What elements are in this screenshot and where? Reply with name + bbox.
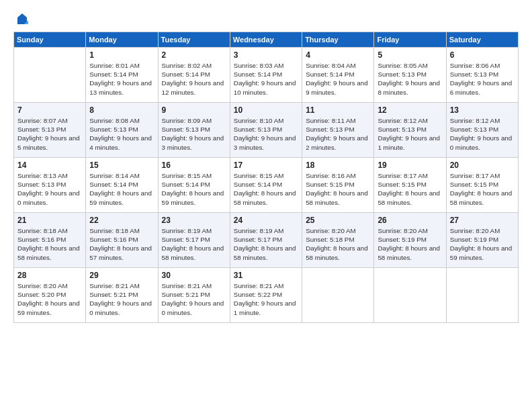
daylight-text: Daylight: 9 hours and 0 minutes.: [162, 300, 224, 316]
cell-day-number: 29: [89, 271, 154, 280]
cell-day-number: 6: [450, 50, 515, 60]
sunset-text: Sunset: 5:13 PM: [162, 126, 210, 133]
sunset-text: Sunset: 5:14 PM: [89, 71, 138, 78]
sunrise-text: Sunrise: 8:20 AM: [306, 227, 356, 234]
sunset-text: Sunset: 5:15 PM: [306, 181, 354, 188]
cell-sun-info: Sunrise: 8:11 AMSunset: 5:13 PMDaylight:…: [306, 116, 370, 152]
daylight-text: Daylight: 9 hours and 0 minutes.: [17, 189, 80, 205]
calendar-cell: 10Sunrise: 8:10 AMSunset: 5:13 PMDayligh…: [230, 103, 302, 158]
sunset-text: Sunset: 5:20 PM: [17, 291, 66, 298]
cell-sun-info: Sunrise: 8:20 AMSunset: 5:20 PMDaylight:…: [17, 281, 82, 317]
sunset-text: Sunset: 5:22 PM: [234, 291, 282, 298]
calendar-cell: 6Sunrise: 8:06 AMSunset: 5:13 PMDaylight…: [446, 48, 518, 103]
cell-day-number: 25: [306, 216, 370, 225]
sunrise-text: Sunrise: 8:10 AM: [234, 117, 284, 124]
sunrise-text: Sunrise: 8:20 AM: [17, 282, 68, 289]
daylight-text: Daylight: 8 hours and 58 minutes.: [162, 244, 224, 261]
daylight-text: Daylight: 9 hours and 0 minutes.: [89, 300, 152, 316]
cell-day-number: 10: [234, 105, 298, 115]
daylight-text: Daylight: 9 hours and 3 minutes.: [234, 134, 296, 150]
calendar-week-row: 21Sunrise: 8:18 AMSunset: 5:16 PMDayligh…: [14, 213, 519, 268]
daylight-text: Daylight: 9 hours and 8 minutes.: [378, 79, 440, 95]
cell-sun-info: Sunrise: 8:06 AMSunset: 5:13 PMDaylight:…: [450, 61, 515, 97]
sunset-text: Sunset: 5:14 PM: [234, 181, 282, 188]
logo-icon: [15, 12, 30, 27]
daylight-text: Daylight: 8 hours and 58 minutes.: [234, 244, 296, 261]
cell-sun-info: Sunrise: 8:13 AMSunset: 5:13 PMDaylight:…: [17, 171, 82, 207]
sunset-text: Sunset: 5:15 PM: [378, 181, 426, 188]
cell-day-number: 23: [162, 216, 226, 225]
sunrise-text: Sunrise: 8:17 AM: [450, 172, 500, 179]
cell-sun-info: Sunrise: 8:12 AMSunset: 5:13 PMDaylight:…: [450, 116, 515, 152]
sunset-text: Sunset: 5:13 PM: [17, 181, 66, 188]
daylight-text: Daylight: 9 hours and 9 minutes.: [306, 79, 368, 95]
daylight-text: Daylight: 9 hours and 5 minutes.: [17, 134, 80, 150]
cell-day-number: 2: [162, 50, 226, 60]
daylight-text: Daylight: 8 hours and 58 minutes.: [306, 189, 368, 205]
sunrise-text: Sunrise: 8:16 AM: [306, 172, 356, 179]
sunset-text: Sunset: 5:13 PM: [450, 71, 498, 78]
sunrise-text: Sunrise: 8:01 AM: [89, 62, 140, 69]
sunrise-text: Sunrise: 8:21 AM: [89, 282, 140, 289]
cell-sun-info: Sunrise: 8:17 AMSunset: 5:15 PMDaylight:…: [378, 171, 442, 207]
sunrise-text: Sunrise: 8:05 AM: [378, 62, 428, 69]
calendar-cell: [446, 268, 518, 323]
cell-sun-info: Sunrise: 8:12 AMSunset: 5:13 PMDaylight:…: [378, 116, 442, 152]
cell-sun-info: Sunrise: 8:08 AMSunset: 5:13 PMDaylight:…: [89, 116, 154, 152]
sunset-text: Sunset: 5:14 PM: [162, 71, 210, 78]
sunset-text: Sunset: 5:13 PM: [17, 126, 66, 133]
daylight-text: Daylight: 8 hours and 58 minutes.: [17, 244, 80, 261]
daylight-text: Daylight: 9 hours and 2 minutes.: [306, 134, 368, 150]
calendar-cell: 31Sunrise: 8:21 AMSunset: 5:22 PMDayligh…: [230, 268, 302, 323]
daylight-text: Daylight: 8 hours and 58 minutes.: [306, 244, 368, 261]
daylight-text: Daylight: 8 hours and 58 minutes.: [234, 189, 296, 205]
sunset-text: Sunset: 5:21 PM: [89, 291, 138, 298]
calendar-cell: 28Sunrise: 8:20 AMSunset: 5:20 PMDayligh…: [14, 268, 86, 323]
daylight-text: Daylight: 9 hours and 4 minutes.: [89, 134, 152, 150]
cell-sun-info: Sunrise: 8:03 AMSunset: 5:14 PMDaylight:…: [234, 61, 298, 97]
cell-day-number: 7: [17, 105, 82, 115]
cell-sun-info: Sunrise: 8:01 AMSunset: 5:14 PMDaylight:…: [89, 61, 154, 97]
sunrise-text: Sunrise: 8:17 AM: [378, 172, 428, 179]
sunset-text: Sunset: 5:16 PM: [89, 236, 138, 243]
daylight-text: Daylight: 8 hours and 59 minutes.: [89, 189, 152, 205]
col-header-tuesday: Tuesday: [158, 32, 230, 48]
calendar-cell: 18Sunrise: 8:16 AMSunset: 5:15 PMDayligh…: [302, 158, 374, 213]
daylight-text: Daylight: 9 hours and 3 minutes.: [162, 134, 224, 150]
cell-day-number: 3: [234, 50, 298, 60]
cell-sun-info: Sunrise: 8:18 AMSunset: 5:16 PMDaylight:…: [17, 226, 82, 262]
sunset-text: Sunset: 5:13 PM: [234, 126, 282, 133]
daylight-text: Daylight: 8 hours and 59 minutes.: [162, 189, 224, 205]
cell-sun-info: Sunrise: 8:07 AMSunset: 5:13 PMDaylight:…: [17, 116, 82, 152]
cell-sun-info: Sunrise: 8:17 AMSunset: 5:15 PMDaylight:…: [450, 171, 515, 207]
sunset-text: Sunset: 5:15 PM: [450, 181, 498, 188]
sunrise-text: Sunrise: 8:08 AM: [89, 117, 140, 124]
header: [13, 12, 519, 25]
sunrise-text: Sunrise: 8:07 AM: [17, 117, 68, 124]
cell-day-number: 4: [306, 50, 370, 60]
calendar-cell: 5Sunrise: 8:05 AMSunset: 5:13 PMDaylight…: [374, 48, 446, 103]
daylight-text: Daylight: 8 hours and 57 minutes.: [89, 244, 152, 261]
sunrise-text: Sunrise: 8:12 AM: [378, 117, 428, 124]
col-header-wednesday: Wednesday: [230, 32, 302, 48]
sunset-text: Sunset: 5:19 PM: [378, 236, 426, 243]
sunrise-text: Sunrise: 8:15 AM: [234, 172, 284, 179]
col-header-thursday: Thursday: [302, 32, 374, 48]
sunset-text: Sunset: 5:13 PM: [378, 126, 426, 133]
daylight-text: Daylight: 8 hours and 59 minutes.: [17, 300, 80, 316]
cell-sun-info: Sunrise: 8:05 AMSunset: 5:13 PMDaylight:…: [378, 61, 442, 97]
sunrise-text: Sunrise: 8:03 AM: [234, 62, 284, 69]
cell-day-number: 15: [89, 161, 154, 170]
sunset-text: Sunset: 5:18 PM: [306, 236, 354, 243]
sunrise-text: Sunrise: 8:14 AM: [89, 172, 140, 179]
calendar-table: SundayMondayTuesdayWednesdayThursdayFrid…: [13, 32, 519, 323]
calendar-cell: [14, 48, 86, 103]
cell-day-number: 20: [450, 161, 515, 170]
cell-sun-info: Sunrise: 8:10 AMSunset: 5:13 PMDaylight:…: [234, 116, 298, 152]
col-header-monday: Monday: [86, 32, 158, 48]
sunrise-text: Sunrise: 8:19 AM: [162, 227, 212, 234]
daylight-text: Daylight: 9 hours and 10 minutes.: [234, 79, 296, 95]
cell-day-number: 5: [378, 50, 442, 60]
cell-sun-info: Sunrise: 8:14 AMSunset: 5:14 PMDaylight:…: [89, 171, 154, 207]
calendar-cell: 12Sunrise: 8:12 AMSunset: 5:13 PMDayligh…: [374, 103, 446, 158]
